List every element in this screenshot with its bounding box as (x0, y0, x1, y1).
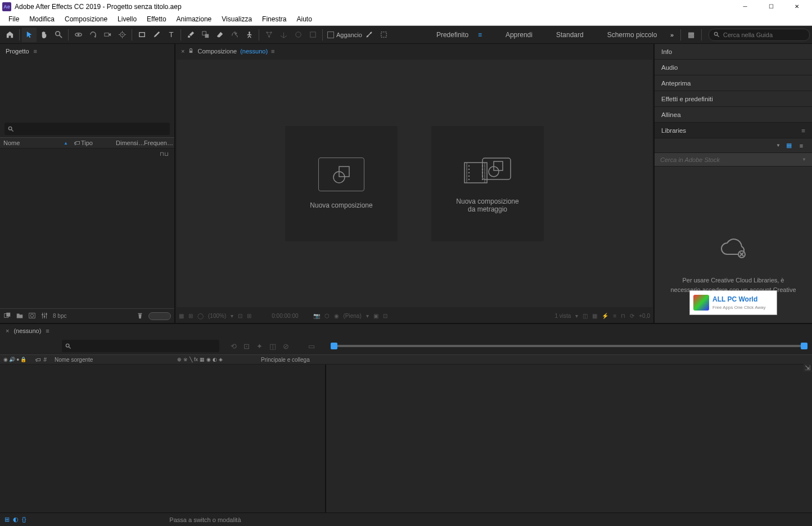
close-button[interactable]: ✕ (784, 0, 810, 13)
comp-fb-icon[interactable]: ⊡ (243, 342, 250, 350)
toggle-in-out-icon[interactable]: {} (22, 516, 26, 523)
panel-effetti[interactable]: Effetti e predefiniti (655, 91, 812, 107)
help-search[interactable] (709, 29, 810, 41)
workspace-schermo-piccolo[interactable]: Schermo piccolo (602, 29, 663, 41)
col-size[interactable]: Dimensi… (116, 140, 143, 146)
bpc-indicator[interactable]: 8 bpc (53, 313, 66, 319)
menu-visualizza[interactable]: Visualizza (216, 15, 257, 23)
comp-mb-icon[interactable]: ✦ (256, 342, 263, 350)
name-col[interactable]: Nome sorgente (55, 357, 175, 363)
menu-modifica[interactable]: Modifica (24, 15, 60, 23)
camera-tool[interactable] (100, 28, 115, 42)
toggle-guides-icon[interactable]: ⊞ (188, 313, 193, 319)
quality-icon[interactable]: ╲ (190, 357, 192, 362)
toggle-mask-icon[interactable]: ◯ (197, 313, 204, 319)
toggle-modes-icon[interactable]: ◐ (13, 516, 19, 523)
minimize-button[interactable]: ─ (732, 0, 758, 13)
camera-icon[interactable]: 📷 (313, 313, 320, 319)
workspace-standard[interactable]: Standard (551, 29, 589, 41)
menu-aiuto[interactable]: Aiuto (291, 15, 317, 23)
adjust-icon[interactable] (40, 312, 48, 321)
view-option2-icon[interactable]: ⊡ (383, 313, 387, 319)
panel-menu-icon[interactable]: ≡ (801, 127, 805, 134)
world-axis-icon[interactable] (291, 28, 305, 42)
motion-blur-icon[interactable]: ◉ (206, 357, 211, 362)
interpret-icon[interactable] (3, 312, 11, 321)
menu-finestra[interactable]: Finestra (257, 15, 291, 23)
panel-anteprima[interactable]: Anteprima (655, 75, 812, 91)
workspace-overflow[interactable]: » (670, 32, 674, 38)
view-count[interactable]: 1 vista (555, 313, 571, 319)
snap-option-1[interactable] (362, 28, 377, 42)
maximize-button[interactable]: ☐ (758, 0, 784, 13)
grid-icon[interactable]: ⊞ (247, 313, 251, 319)
parent-col[interactable]: Principale e collega (261, 357, 323, 363)
3d-icon[interactable]: ◈ (219, 357, 223, 362)
orbit-tool[interactable] (71, 28, 85, 42)
mesh-tool[interactable] (261, 28, 276, 42)
chevron-down-icon[interactable]: ▾ (575, 313, 578, 319)
dropdown-icon[interactable]: ▼ (776, 143, 781, 148)
project-search[interactable] (4, 123, 170, 135)
comp-link-icon[interactable]: ⊘ (283, 342, 289, 350)
timeline-icon[interactable]: ≡ (613, 313, 616, 319)
col-name[interactable]: Nome▲🏷 (3, 140, 80, 146)
dropdown-icon[interactable]: ▼ (802, 157, 806, 162)
col-type[interactable]: Tipo (81, 140, 115, 146)
rectangle-tool[interactable] (134, 28, 149, 42)
timecode[interactable]: 0:00:00:00 (272, 313, 298, 319)
toggle-switches-icon[interactable]: ⊞ (4, 516, 10, 523)
type-tool[interactable]: T (164, 28, 178, 42)
zoom-tool[interactable] (51, 28, 66, 42)
composition-tab[interactable]: × Composizione (nessuno) ≡ (175, 44, 653, 59)
pixel-aspect-icon[interactable]: ▦ (592, 313, 597, 319)
trash-icon[interactable] (136, 312, 144, 321)
panel-menu-icon[interactable]: ≡ (34, 48, 37, 55)
exposure-value[interactable]: +0,0 (639, 313, 650, 319)
zoom-handle-left[interactable] (331, 343, 337, 349)
local-axis-icon[interactable] (276, 28, 291, 42)
comp-shy-icon[interactable]: ⟲ (231, 342, 237, 350)
menu-effetto[interactable]: Effetto (142, 15, 171, 23)
panel-toggle-icon[interactable]: ▦ (688, 30, 694, 39)
panel-allinea[interactable]: Allinea (655, 107, 812, 123)
panel-menu-icon[interactable]: ≡ (46, 327, 49, 334)
view-axis-icon[interactable] (305, 28, 320, 42)
comp-graph-icon[interactable]: ◫ (269, 342, 276, 350)
snap-option-2[interactable] (377, 28, 391, 42)
eye-icon[interactable]: ◉ (3, 357, 8, 362)
brush-tool[interactable] (183, 28, 198, 42)
tracks-area[interactable]: ⇲ (326, 365, 812, 512)
zoom-value[interactable]: (100%) (208, 313, 226, 319)
grid-view-icon[interactable]: ▦ (785, 142, 793, 150)
snap-handle-icon[interactable]: ⇲ (804, 364, 811, 372)
new-comp-from-footage-card[interactable]: Nuova composizione da metraggio (431, 126, 544, 241)
menu-livello[interactable]: Livello (112, 15, 142, 23)
folder-icon[interactable] (16, 312, 24, 321)
view-option-icon[interactable]: ▣ (373, 313, 378, 319)
timeline-tab[interactable]: × (nessuno) ≡ (0, 324, 812, 338)
help-search-input[interactable] (723, 32, 805, 38)
col-freq[interactable]: Frequen… (144, 140, 171, 146)
workspace-predefinito[interactable]: Predefinito ≡ (425, 29, 488, 41)
timeline-zoom[interactable] (326, 345, 812, 347)
project-tab[interactable]: Progetto ≡ (0, 44, 174, 59)
adjustment-icon[interactable]: ◐ (213, 357, 217, 362)
roto-tool[interactable] (227, 28, 242, 42)
speaker-icon[interactable]: 🔊 (9, 357, 15, 362)
zoom-handle-right[interactable] (801, 343, 808, 349)
comp-marker-icon[interactable]: ▭ (308, 342, 315, 350)
resolution-icon[interactable]: ⊡ (238, 313, 242, 319)
tab-close-icon[interactable]: × (6, 327, 9, 334)
puppet-tool[interactable] (242, 28, 256, 42)
resolution-label[interactable]: (Piena) (344, 313, 362, 319)
eraser-tool[interactable] (213, 28, 227, 42)
flowchart-icon[interactable]: ⊓⊔ (160, 151, 169, 157)
rotate-tool[interactable] (85, 28, 100, 42)
new-composition-card[interactable]: Nuova composizione (285, 126, 398, 241)
menu-animazione[interactable]: Animazione (172, 15, 217, 23)
chevron-down-icon[interactable]: ▾ (366, 313, 369, 319)
libraries-search[interactable]: Cerca in Adobe Stock ▼ (655, 153, 812, 167)
chevron-down-icon[interactable]: ▾ (231, 313, 233, 319)
panel-menu-icon[interactable]: ≡ (271, 48, 274, 55)
